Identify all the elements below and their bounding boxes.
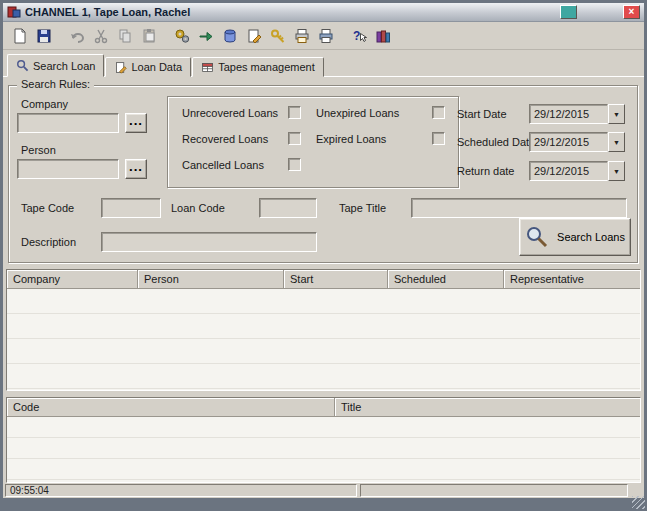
loan-code-input[interactable] xyxy=(259,198,317,218)
tape-code-input[interactable] xyxy=(101,198,161,218)
desktop: { "window": { "title": "CHANNEL 1, Tape … xyxy=(0,0,647,511)
context-help-icon: ? xyxy=(351,28,367,44)
tab-tapes-management[interactable]: Tapes management xyxy=(192,57,324,77)
save-icon xyxy=(36,28,52,44)
books-icon xyxy=(375,28,391,44)
tab-loan-data[interactable]: Loan Data xyxy=(105,57,191,77)
tape-code-label: Tape Code xyxy=(21,202,74,214)
resize-grip[interactable] xyxy=(632,496,645,509)
table-row xyxy=(7,417,640,438)
table-row xyxy=(7,364,640,389)
person-label: Person xyxy=(21,144,56,156)
column-header-representative[interactable]: Representative xyxy=(504,270,640,288)
company-input[interactable] xyxy=(17,113,119,133)
description-input[interactable] xyxy=(101,232,317,252)
toolbar: ? xyxy=(3,22,644,50)
table-row xyxy=(7,459,640,480)
start-date-combo[interactable]: 29/12/2015 ▼ xyxy=(529,104,625,124)
unexpired-loans-checkbox[interactable] xyxy=(432,106,445,119)
database-button[interactable] xyxy=(218,24,242,47)
tab-label: Loan Data xyxy=(131,61,182,73)
toolbar-separator xyxy=(338,22,347,49)
key-button[interactable] xyxy=(266,24,290,47)
toolbar-separator xyxy=(161,22,170,49)
scheduled-date-combo[interactable]: 29/12/2015 ▼ xyxy=(529,132,625,152)
column-header-code[interactable]: Code xyxy=(7,398,335,416)
undo-button[interactable] xyxy=(65,24,89,47)
column-header-title[interactable]: Title xyxy=(335,398,640,416)
start-date-value: 29/12/2015 xyxy=(529,104,608,124)
tab-label: Tapes management xyxy=(218,61,315,73)
tab-label: Search Loan xyxy=(33,60,95,72)
group-title: Search Rules: xyxy=(17,78,94,90)
app-window: CHANNEL 1, Tape Loan, Rachel × xyxy=(3,3,644,498)
search-icon xyxy=(16,59,29,72)
loans-table: Company Person Start Scheduled Represent… xyxy=(6,269,641,391)
expired-loans-label: Expired Loans xyxy=(316,133,386,145)
cancelled-loans-label: Cancelled Loans xyxy=(182,159,264,171)
new-document-button[interactable] xyxy=(8,24,32,47)
company-browse-button[interactable]: ... xyxy=(125,113,147,133)
return-date-label: Return date xyxy=(457,165,514,177)
person-input[interactable] xyxy=(17,159,119,179)
copy-button[interactable] xyxy=(113,24,137,47)
key-icon xyxy=(270,28,286,44)
tape-title-input[interactable] xyxy=(411,198,627,218)
settings-button[interactable] xyxy=(170,24,194,47)
books-button[interactable] xyxy=(371,24,395,47)
description-label: Description xyxy=(21,236,76,248)
column-header-company[interactable]: Company xyxy=(7,270,138,288)
cut-button[interactable] xyxy=(89,24,113,47)
minimize-button[interactable] xyxy=(560,5,577,19)
search-loans-button[interactable]: Search Loans xyxy=(519,218,631,256)
column-header-person[interactable]: Person xyxy=(138,270,284,288)
status-bar: 09:55:04 xyxy=(3,484,644,498)
save-button[interactable] xyxy=(32,24,56,47)
table-row xyxy=(7,289,640,314)
status-panel-secondary xyxy=(360,484,628,497)
tapes-table: Code Title xyxy=(6,397,641,483)
svg-text:?: ? xyxy=(353,29,360,43)
scheduled-date-value: 29/12/2015 xyxy=(529,132,608,152)
tab-strip: Search Loan Loan Data Tapes management xyxy=(3,54,644,77)
tapes-table-header: Code Title xyxy=(7,398,640,417)
column-header-scheduled[interactable]: Scheduled xyxy=(388,270,504,288)
toolbar-separator xyxy=(56,22,65,49)
recovered-loans-label: Recovered Loans xyxy=(182,133,268,145)
title-bar[interactable]: CHANNEL 1, Tape Loan, Rachel × xyxy=(3,3,644,22)
expired-loans-checkbox[interactable] xyxy=(432,132,445,145)
app-icon xyxy=(7,5,21,19)
search-icon xyxy=(525,225,549,249)
loans-table-header: Company Person Start Scheduled Represent… xyxy=(7,270,640,289)
paste-button[interactable] xyxy=(137,24,161,47)
status-time: 09:55:04 xyxy=(10,485,49,496)
window-title: CHANNEL 1, Tape Loan, Rachel xyxy=(25,6,556,18)
return-date-value: 29/12/2015 xyxy=(529,161,608,181)
loan-data-icon xyxy=(114,61,127,74)
transfer-button[interactable] xyxy=(194,24,218,47)
notes-button[interactable] xyxy=(242,24,266,47)
chevron-down-icon[interactable]: ▼ xyxy=(608,161,625,181)
tab-search-loan[interactable]: Search Loan xyxy=(7,54,104,77)
context-help-button[interactable]: ? xyxy=(347,24,371,47)
database-icon xyxy=(222,28,238,44)
return-date-combo[interactable]: 29/12/2015 ▼ xyxy=(529,161,625,181)
print-preview-button[interactable] xyxy=(290,24,314,47)
print-button[interactable] xyxy=(314,24,338,47)
close-button[interactable]: × xyxy=(623,5,640,19)
tape-title-label: Tape Title xyxy=(339,202,386,214)
person-browse-button[interactable]: ... xyxy=(125,159,147,179)
tapes-grid-icon xyxy=(201,61,214,74)
column-header-start[interactable]: Start xyxy=(284,270,388,288)
cancelled-loans-checkbox[interactable] xyxy=(288,158,301,171)
unrecovered-loans-checkbox[interactable] xyxy=(288,106,301,119)
undo-icon xyxy=(69,28,85,44)
chevron-down-icon[interactable]: ▼ xyxy=(608,132,625,152)
search-rules-group: Search Rules: Company ... Person ... Unr… xyxy=(8,85,638,263)
table-row xyxy=(7,314,640,339)
new-document-icon xyxy=(12,28,28,44)
company-label: Company xyxy=(21,98,68,110)
table-row xyxy=(7,438,640,459)
chevron-down-icon[interactable]: ▼ xyxy=(608,104,625,124)
recovered-loans-checkbox[interactable] xyxy=(288,132,301,145)
